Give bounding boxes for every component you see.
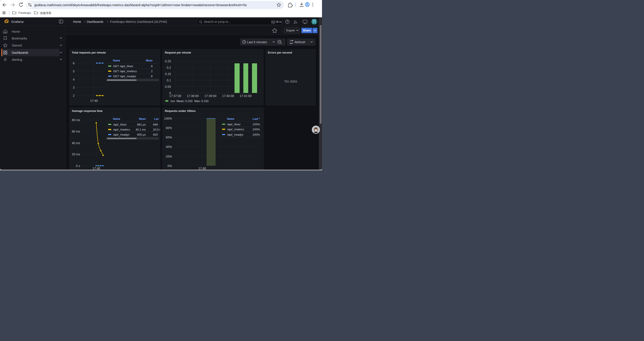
svg-text:6: 6: [151, 75, 152, 78]
svg-text:2: 2: [73, 94, 74, 97]
svg-text:620: 620: [153, 133, 158, 136]
svg-text:Refresh: Refresh: [294, 40, 305, 44]
svg-text:17:37:00: 17:37:00: [169, 94, 181, 98]
svg-text:Name: Name: [227, 117, 234, 121]
svg-text:17:40:00: 17:40:00: [222, 94, 234, 98]
svg-text:605 µs: 605 µs: [137, 133, 146, 136]
svg-text:5: 5: [73, 70, 74, 73]
svg-text:80%: 80%: [166, 126, 172, 130]
svg-text:/api/_/metrics: /api/_/metrics: [227, 128, 244, 131]
svg-text:100%: 100%: [164, 117, 172, 120]
svg-text:2xx: 2xx: [170, 99, 175, 103]
svg-text:0.1: 0.1: [167, 79, 171, 82]
svg-text:17:39:00: 17:39:00: [204, 94, 216, 98]
svg-text:17:41:00: 17:41:00: [240, 94, 252, 98]
svg-text:Export: Export: [286, 29, 295, 32]
svg-text:60 ms: 60 ms: [72, 130, 80, 133]
svg-text:GET /api/_/livez: GET /api/_/livez: [113, 65, 133, 68]
svg-text:0.25: 0.25: [165, 60, 171, 63]
svg-text:6: 6: [151, 65, 152, 68]
svg-text:Name: Name: [113, 59, 120, 62]
svg-text:Mean: Mean: [146, 59, 152, 62]
svg-text:/api/_/metrics: /api/_/metrics: [113, 128, 130, 131]
svg-text:100%: 100%: [252, 123, 260, 126]
svg-text:0%: 0%: [168, 164, 172, 168]
svg-text:40 ms: 40 ms: [72, 141, 80, 145]
svg-text:Grafana: Grafana: [11, 20, 24, 24]
svg-text:4: 4: [73, 78, 74, 81]
svg-text:0 s: 0 s: [76, 164, 80, 168]
svg-text:0.05: 0.05: [165, 85, 171, 88]
svg-text:/api/_/livez: /api/_/livez: [227, 123, 241, 126]
svg-text:17:40: 17:40: [92, 167, 100, 170]
svg-text:2: 2: [151, 70, 152, 73]
svg-text:661 µs: 661 µs: [137, 123, 146, 126]
svg-text:/api/_/readyz: /api/_/readyz: [227, 133, 244, 136]
svg-text:/api/_/readyz: /api/_/readyz: [113, 133, 130, 136]
svg-text:Last 5 minutes: Last 5 minutes: [247, 40, 267, 44]
svg-text:Max: 0.233: Max: 0.233: [194, 99, 208, 103]
svg-text:17:40: 17:40: [90, 99, 98, 103]
svg-text:20%: 20%: [166, 155, 172, 158]
svg-text:6: 6: [73, 62, 74, 65]
svg-text:Share: Share: [303, 29, 311, 32]
svg-text:646: 646: [153, 123, 158, 126]
svg-text:0.15: 0.15: [165, 72, 171, 76]
svg-text:Last *: Last *: [253, 117, 260, 121]
svg-text:Name: Name: [113, 117, 120, 121]
svg-text:GET /api/_/readyz: GET /api/_/readyz: [113, 75, 136, 78]
svg-text:100%: 100%: [252, 128, 260, 131]
svg-text:/api/_/livez: /api/_/livez: [113, 123, 127, 126]
svg-text:0.2: 0.2: [167, 66, 171, 69]
svg-text:100%: 100%: [252, 133, 260, 136]
svg-text:80 ms: 80 ms: [72, 118, 80, 122]
svg-text:17:40: 17:40: [198, 167, 206, 170]
svg-text:20.5 r: 20.5 r: [153, 128, 160, 131]
svg-text:40.1 ms: 40.1 ms: [136, 128, 146, 131]
svg-text:60%: 60%: [166, 136, 172, 139]
svg-text:Mean: Mean: [139, 117, 146, 121]
svg-text:GET /api/_/metrics: GET /api/_/metrics: [113, 70, 137, 73]
svg-text:Mean: 0.233: Mean: 0.233: [176, 99, 192, 103]
svg-text:17:38:00: 17:38:00: [187, 94, 199, 98]
svg-text:40%: 40%: [166, 145, 172, 149]
svg-text:3: 3: [73, 86, 74, 89]
svg-text:Las: Las: [154, 117, 159, 121]
svg-text:20 ms: 20 ms: [72, 153, 80, 156]
